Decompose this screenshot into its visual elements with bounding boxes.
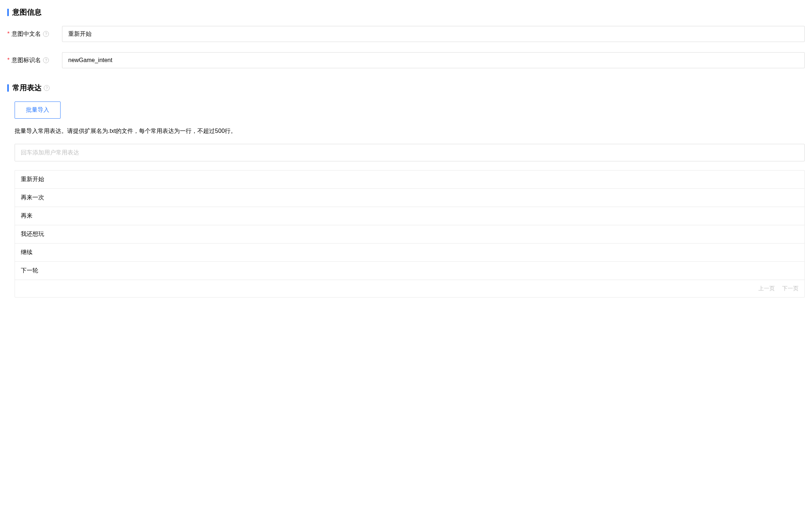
next-page-link[interactable]: 下一页 [782, 285, 799, 292]
required-star: * [7, 31, 9, 37]
pagination-row: 上一页 下一页 [15, 280, 804, 297]
section-expressions-title: 常用表达 [12, 83, 42, 93]
form-row-intent-id-name: * 意图标识名 ? [7, 52, 805, 68]
section-intent-info-title: 意图信息 [12, 7, 42, 17]
required-star: * [7, 57, 9, 64]
help-icon[interactable]: ? [44, 85, 50, 91]
expression-list: 重新开始 再来一次 再来 我还想玩 继续 下一轮 上一页 下一页 [15, 170, 805, 298]
intent-cn-name-label: 意图中文名 [12, 30, 41, 38]
list-item[interactable]: 重新开始 [15, 170, 804, 189]
form-label-wrap: * 意图中文名 ? [7, 30, 62, 38]
batch-import-button[interactable]: 批量导入 [15, 101, 61, 119]
form-label-wrap: * 意图标识名 ? [7, 57, 62, 64]
intent-id-name-input[interactable] [62, 52, 805, 68]
intent-id-name-label: 意图标识名 [12, 57, 41, 64]
section-expressions-header: 常用表达 ? [7, 83, 805, 93]
form-row-intent-cn-name: * 意图中文名 ? [7, 26, 805, 42]
prev-page-link[interactable]: 上一页 [758, 285, 775, 292]
expression-input[interactable] [15, 144, 805, 161]
list-item[interactable]: 继续 [15, 244, 804, 262]
list-item[interactable]: 下一轮 [15, 262, 804, 280]
intent-cn-name-input[interactable] [62, 26, 805, 42]
section-bar [7, 9, 9, 16]
list-item[interactable]: 我还想玩 [15, 225, 804, 244]
section-intent-info-header: 意图信息 [7, 7, 805, 17]
help-icon[interactable]: ? [43, 57, 49, 63]
list-item[interactable]: 再来一次 [15, 189, 804, 207]
section-bar [7, 84, 9, 92]
help-icon[interactable]: ? [43, 31, 49, 37]
import-hint-text: 批量导入常用表达。请提供扩展名为.txt的文件，每个常用表达为一行，不超过500… [15, 127, 805, 135]
list-item[interactable]: 再来 [15, 207, 804, 225]
